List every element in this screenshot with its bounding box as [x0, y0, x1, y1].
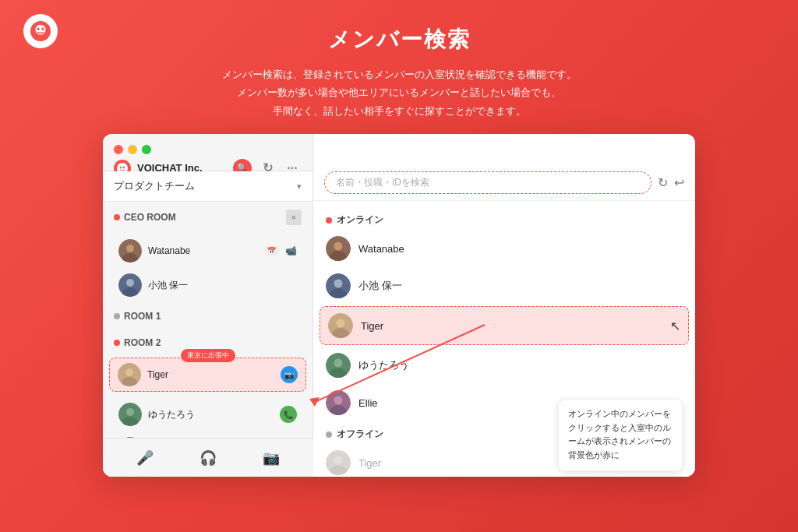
svg-point-35: [334, 396, 343, 405]
camera-bottom-icon[interactable]: 📷: [263, 449, 280, 467]
avatar-yutaro: [118, 403, 142, 426]
avatar-watanabe: [118, 239, 142, 262]
right-member-name-yutaro: ゆうたろう: [358, 358, 683, 372]
right-header: 名前・役職・IDを検索 ↻ ↩: [313, 165, 695, 201]
right-member-yutaro[interactable]: ゆうたろう: [313, 347, 695, 384]
minimize-button[interactable]: [128, 145, 137, 154]
svg-point-23: [334, 242, 343, 251]
svg-point-32: [334, 359, 343, 368]
room-ceo: CEO ROOM ≡: [103, 202, 312, 233]
right-avatar-ellie: [326, 390, 351, 415]
refresh-right-icon[interactable]: ↻: [658, 175, 668, 190]
room-ceo-label: CEO ROOM ≡: [114, 210, 302, 225]
right-panel: 名前・役職・IDを検索 ↻ ↩ オンライン Watanabe: [313, 134, 695, 477]
member-koike[interactable]: 小池 保一: [108, 269, 308, 301]
call-icon: 📞: [280, 406, 297, 423]
member-yutaro[interactable]: ゆうたろう 📞: [108, 398, 308, 431]
member-name-yutaro: ゆうたろう: [148, 408, 274, 421]
window-controls: [114, 145, 151, 154]
headphone-bottom-icon[interactable]: 🎧: [200, 449, 217, 467]
search-box[interactable]: 名前・役職・IDを検索: [324, 171, 651, 194]
search-placeholder: 名前・役職・IDを検索: [336, 177, 429, 188]
right-member-koike[interactable]: 小池 保一: [313, 267, 695, 305]
room-2-label: ROOM 2: [114, 337, 302, 348]
svg-point-17: [126, 408, 134, 416]
page-description: メンバー検索は、登録されているメンバーの入室状況を確認できる機能です。 メンバー…: [222, 65, 577, 120]
room-dot-inactive: [114, 313, 120, 319]
tiger-badge: 東京に出張中: [181, 349, 235, 362]
svg-point-6: [123, 166, 125, 168]
room-1-label: ROOM 1: [114, 311, 302, 322]
camera-blue-icon: 📷: [281, 366, 298, 383]
right-member-tiger[interactable]: Tiger ↖: [320, 306, 689, 345]
right-avatar-yutaro: [326, 353, 351, 378]
room-dot-active: [114, 214, 120, 220]
maximize-button[interactable]: [142, 145, 151, 154]
chevron-down-icon: ▾: [297, 181, 302, 192]
svg-point-8: [126, 245, 134, 252]
member-tiger-highlighted[interactable]: 東京に出張中 Tiger 📷: [109, 358, 306, 392]
svg-point-2: [37, 27, 40, 30]
right-member-name-koike: 小池 保一: [358, 279, 683, 293]
right-member-watanabe[interactable]: Watanabe: [313, 230, 695, 267]
svg-point-5: [120, 166, 122, 168]
member-watanabe[interactable]: Watanabe 📅 📹: [108, 234, 308, 267]
menu-icon[interactable]: ≡: [286, 210, 302, 225]
app-window: VOICHAT Inc. 🔍 ↻ ··· プロダクトチーム ▾ CEO ROOM…: [103, 134, 695, 477]
right-avatar-tiger: [328, 313, 353, 338]
right-member-name-tiger: Tiger: [361, 320, 659, 332]
svg-point-38: [334, 456, 343, 465]
member-name-watanabe: Watanabe: [148, 245, 258, 256]
camera-icon-watanabe: 📹: [285, 245, 297, 256]
offline-dot: [326, 432, 332, 438]
room-1: ROOM 1: [103, 303, 312, 329]
team-selector[interactable]: プロダクトチーム ▾: [103, 171, 312, 202]
room-actions: ≡: [286, 210, 302, 225]
svg-point-11: [126, 279, 134, 287]
mic-bottom-icon[interactable]: 🎤: [136, 449, 154, 467]
close-button[interactable]: [114, 145, 123, 154]
svg-point-3: [41, 27, 44, 30]
page-title: メンバー検索: [222, 25, 577, 55]
room-2-dot-active: [114, 340, 120, 346]
right-member-name-watanabe: Watanabe: [358, 243, 683, 255]
calendar-badge: 📅: [264, 246, 279, 255]
svg-point-29: [337, 319, 345, 328]
logo: [23, 14, 58, 48]
avatar-koike: [118, 273, 142, 297]
member-name-koike: 小池 保一: [148, 279, 297, 292]
back-icon[interactable]: ↩: [674, 175, 684, 190]
avatar-tiger: [118, 363, 141, 386]
left-panel: VOICHAT Inc. 🔍 ↻ ··· プロダクトチーム ▾ CEO ROOM…: [103, 134, 313, 477]
tooltip-box: オンライン中のメンバーをクリックすると入室中のルームが表示されメンバーの背景色が…: [558, 399, 683, 470]
right-avatar-tiger-offline: [326, 450, 351, 475]
right-avatar-koike: [326, 273, 351, 298]
room-list: CEO ROOM ≡ Watanabe 📅 📹 小池 保: [103, 202, 312, 477]
svg-point-26: [334, 280, 343, 288]
online-section-header: オンライン: [313, 207, 695, 230]
member-name-tiger: Tiger: [147, 369, 274, 380]
left-bottom-bar: 🎤 🎧 📷: [103, 438, 313, 477]
svg-point-14: [125, 368, 133, 376]
cursor-icon: ↖: [670, 319, 680, 333]
right-avatar-watanabe: [326, 236, 351, 261]
online-dot: [326, 217, 332, 224]
page-header: メンバー検索 メンバー検索は、登録されているメンバーの入室状況を確認できる機能で…: [222, 25, 577, 120]
